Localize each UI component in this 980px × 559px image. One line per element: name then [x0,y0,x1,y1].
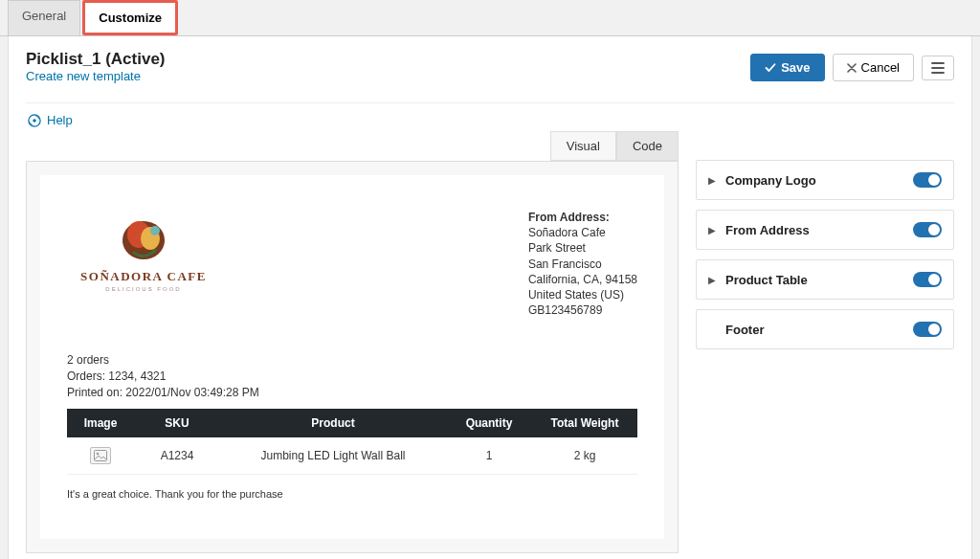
panel-from-address[interactable]: ▶ From Address [696,210,954,250]
cell-sku: A1234 [134,437,220,475]
preview-tabs: Visual Code [26,131,679,161]
from-address-line: GB123456789 [528,302,637,318]
toggle-from-address[interactable] [913,222,942,237]
page-title: Picklist_1 (Active) [26,50,166,69]
chevron-right-icon: ▶ [708,225,716,235]
save-button-label: Save [781,60,810,75]
company-logo-block: SOÑADORA CAFE DELICIOUS FOOD [67,210,220,318]
panel-label: Product Table [725,273,903,287]
th-weight: Total Weight [532,409,637,437]
preview-column: Visual Code [26,131,679,553]
from-address-label: From Address: [528,210,637,225]
cancel-button[interactable]: Cancel [833,54,914,81]
th-product: Product [220,409,446,437]
th-qty: Quantity [446,409,532,437]
panel-label: From Address [725,223,903,237]
cell-weight: 2 kg [532,437,637,475]
th-sku: SKU [134,409,220,437]
toggle-company-logo[interactable] [913,172,942,188]
svg-point-5 [150,226,160,235]
content-card: Picklist_1 (Active) Create new template … [8,36,972,559]
svg-point-1 [33,119,36,123]
tab-customize[interactable]: Customize [82,0,178,35]
panel-footer[interactable]: ▶ Footer [696,309,954,349]
image-placeholder-icon [90,447,111,464]
check-icon [765,62,776,74]
button-row: Save Cancel [750,54,954,81]
help-link[interactable]: Help [26,113,954,127]
side-column: ▶ Company Logo ▶ From Address ▶ Pr [696,131,954,553]
from-address-line: Soñadora Cafe [528,225,637,240]
hamburger-icon [931,62,945,74]
cancel-button-label: Cancel [861,60,900,75]
help-icon [28,114,41,127]
svg-rect-6 [95,450,107,460]
document-preview: SOÑADORA CAFE DELICIOUS FOOD From Addres… [40,175,664,539]
from-address-line: California, CA, 94158 [528,272,637,287]
company-logo-tagline: DELICIOUS FOOD [67,286,220,292]
preview-tab-visual[interactable]: Visual [550,131,616,161]
orders-printed: Printed on: 2022/01/Nov 03:49:28 PM [67,385,637,401]
create-template-link[interactable]: Create new template [26,69,141,83]
help-label: Help [47,113,73,127]
preview-tab-code[interactable]: Code [616,131,679,161]
panel-label: Company Logo [725,173,903,188]
close-icon [847,63,857,73]
cell-product: Jumbing LED Light Wall Ball [220,437,446,475]
save-button[interactable]: Save [750,54,824,81]
title-block: Picklist_1 (Active) Create new template [26,50,166,83]
orders-list: Orders: 1234, 4321 [67,369,637,385]
from-address-block: From Address: Soñadora Cafe Park Street … [528,210,637,318]
toggle-product-table[interactable] [913,272,942,287]
panel-company-logo[interactable]: ▶ Company Logo [696,160,954,200]
toggle-footer[interactable] [913,322,942,337]
orders-count: 2 orders [67,352,637,369]
company-logo-name: SOÑADORA CAFE [67,269,220,284]
chevron-right-icon: ▶ [708,275,716,285]
cell-qty: 1 [446,437,532,475]
table-row: A1234 Jumbing LED Light Wall Ball 1 2 kg [67,437,637,475]
panel-product-table[interactable]: ▶ Product Table [696,259,954,300]
from-address-line: United States (US) [528,287,637,302]
svg-point-7 [97,452,100,455]
menu-button[interactable] [922,56,954,80]
cell-image [67,437,134,475]
preview-box: SOÑADORA CAFE DELICIOUS FOOD From Addres… [26,161,679,553]
product-table: Image SKU Product Quantity Total Weight [67,409,637,475]
from-address-line: Park Street [528,240,637,256]
from-address-line: San Francisco [528,257,637,272]
footer-note: It's a great choice. Thank you for the p… [67,488,637,500]
th-image: Image [67,409,134,437]
workarea: Visual Code [26,131,954,553]
chevron-right-icon: ▶ [708,175,716,186]
orders-summary: 2 orders Orders: 1234, 4321 Printed on: … [67,352,637,400]
company-logo-image [110,210,177,267]
header-row: Picklist_1 (Active) Create new template … [26,50,954,103]
main-tabs: General Customize [0,0,980,36]
panel-label: Footer [725,323,903,337]
tab-general[interactable]: General [8,0,80,35]
